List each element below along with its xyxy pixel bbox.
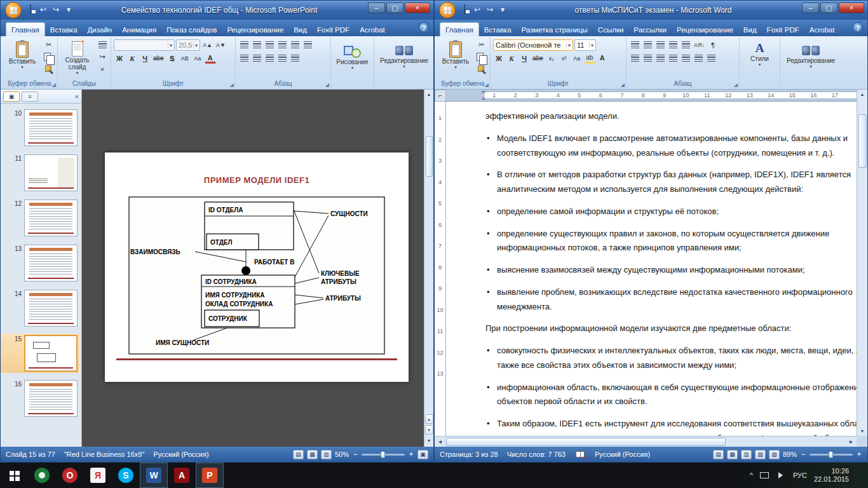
close-button[interactable]: × xyxy=(405,3,430,13)
web-layout-view-icon[interactable]: ▥ xyxy=(741,450,752,459)
scroll-down-icon[interactable]: ▼ xyxy=(424,436,434,445)
line-spacing-icon[interactable] xyxy=(680,53,691,64)
scroll-up-icon[interactable]: ▲ xyxy=(858,90,867,99)
tray-expand-icon[interactable]: ^ xyxy=(750,471,753,479)
fit-to-window-icon[interactable]: ▣ xyxy=(417,450,428,459)
character-spacing-icon[interactable]: АВ xyxy=(179,53,191,64)
undo-icon[interactable]: ↩ xyxy=(37,4,49,16)
tab-mailings[interactable]: Рассылки xyxy=(628,23,672,36)
word-vertical-scrollbar[interactable]: ▲ ▼ xyxy=(857,90,867,436)
tab-review[interactable]: Рецензирование xyxy=(672,23,738,36)
subscript-button[interactable]: x₂ xyxy=(546,53,557,64)
powerpoint-taskbar-icon[interactable]: P xyxy=(196,463,224,488)
cut-icon[interactable]: ✂ xyxy=(43,39,55,50)
justify-icon[interactable] xyxy=(667,53,679,64)
tab-home[interactable]: Главная xyxy=(440,22,479,36)
justify-icon[interactable] xyxy=(276,53,288,64)
undo-icon[interactable]: ↩ xyxy=(471,4,483,16)
redo-icon[interactable]: ↪ xyxy=(50,4,62,16)
italic-button[interactable]: К xyxy=(506,53,517,64)
language-indicator[interactable]: Русский (Россия) xyxy=(595,451,650,458)
cut-icon[interactable]: ✂ xyxy=(475,39,487,50)
normal-view-icon[interactable]: ▤ xyxy=(293,450,304,459)
save-icon[interactable] xyxy=(459,4,470,16)
zoom-out-icon[interactable]: − xyxy=(352,450,358,459)
outline-tab[interactable]: ≡ xyxy=(22,92,38,102)
yandex-browser-icon[interactable]: Я xyxy=(84,463,112,488)
increase-indent-icon[interactable] xyxy=(276,39,288,50)
copy-icon[interactable] xyxy=(43,51,55,62)
tab-home[interactable]: Главная xyxy=(6,22,45,36)
tab-acrobat[interactable]: Acrobat xyxy=(804,23,840,36)
editing-button[interactable]: Редактирование ▾ xyxy=(783,39,839,89)
align-center-icon[interactable] xyxy=(642,53,653,64)
draft-view-icon[interactable]: ▨ xyxy=(769,450,780,459)
line-spacing-icon[interactable] xyxy=(289,39,301,50)
ppt-vertical-scrollbar[interactable]: ▲ ▲ ▼ ▼ xyxy=(424,90,433,447)
tab-view[interactable]: Вид xyxy=(738,23,762,36)
word-document-area[interactable]: ⌐ 1234567891011121314151617 123456789101… xyxy=(435,90,857,436)
dialog-launcher-icon[interactable]: ◢ xyxy=(734,83,738,88)
dialog-launcher-icon[interactable]: ◢ xyxy=(621,83,625,88)
strikethrough-button[interactable]: abe xyxy=(152,53,165,64)
zoom-in-icon[interactable]: + xyxy=(408,450,414,459)
borders-icon[interactable] xyxy=(705,53,717,64)
tab-insert[interactable]: Вставка xyxy=(45,23,83,36)
start-button[interactable] xyxy=(0,463,28,488)
word-taskbar-icon[interactable]: W xyxy=(140,463,168,488)
skype-icon[interactable]: S xyxy=(112,463,140,488)
tab-slideshow[interactable]: Показ слайдов xyxy=(161,23,222,36)
slide-thumbnail-selected[interactable]: 15 xyxy=(1,334,79,373)
columns-icon[interactable] xyxy=(289,53,301,64)
language-indicator[interactable]: Русский (Россия) xyxy=(153,451,208,458)
align-right-icon[interactable] xyxy=(264,53,275,64)
volume-icon[interactable] xyxy=(778,472,786,478)
slide-thumbnail[interactable]: 11 xyxy=(1,153,79,193)
slide-canvas[interactable]: ПРИМЕР МОДЕЛИ IDEF1 xyxy=(105,152,409,382)
font-size-select[interactable]: 11 ▾ xyxy=(574,39,596,51)
dialog-launcher-icon[interactable]: ◢ xyxy=(230,83,234,88)
align-center-icon[interactable] xyxy=(251,53,262,64)
tab-insert[interactable]: Вставка xyxy=(479,23,517,36)
horizontal-ruler[interactable]: 1234567891011121314151617 xyxy=(446,90,857,102)
outline-view-icon[interactable]: ▧ xyxy=(755,450,766,459)
numbering-icon[interactable] xyxy=(642,39,653,50)
reset-icon[interactable]: ↪ xyxy=(97,51,108,62)
tab-references[interactable]: Ссылки xyxy=(593,23,629,36)
redo-icon[interactable]: ↪ xyxy=(484,4,496,16)
decrease-indent-icon[interactable] xyxy=(667,39,679,50)
print-layout-view-icon[interactable]: ▤ xyxy=(713,450,724,459)
zoom-out-icon[interactable]: − xyxy=(800,450,806,459)
align-left-icon[interactable] xyxy=(238,53,250,64)
shading-icon[interactable] xyxy=(693,53,704,64)
superscript-button[interactable]: x² xyxy=(559,53,570,64)
paragraph-marks-icon[interactable]: ¶ xyxy=(707,39,719,50)
maximize-button[interactable]: ▢ xyxy=(386,3,403,13)
tab-view[interactable]: Вид xyxy=(288,23,312,36)
zoom-level[interactable]: 50% xyxy=(335,451,349,458)
qat-dropdown-icon[interactable]: ▾ xyxy=(497,4,508,16)
dialog-launcher-icon[interactable]: ◢ xyxy=(485,83,489,88)
underline-button[interactable]: Ч xyxy=(519,53,530,64)
dialog-launcher-icon[interactable]: ◢ xyxy=(52,83,56,88)
zoom-slider[interactable] xyxy=(362,454,405,456)
dialog-launcher-icon[interactable]: ◢ xyxy=(325,83,329,88)
slide-editing-area[interactable]: ПРИМЕР МОДЕЛИ IDEF1 xyxy=(82,90,433,447)
styles-button[interactable]: А Стили ▾ xyxy=(742,39,777,89)
scroll-down-icon[interactable]: ▼ xyxy=(858,426,867,436)
word-horizontal-scrollbar[interactable]: ◄ ► xyxy=(435,436,857,447)
format-painter-icon[interactable] xyxy=(475,64,487,74)
tab-design[interactable]: Дизайн xyxy=(83,23,118,36)
vertical-ruler[interactable]: 12345678910111213 xyxy=(435,102,446,436)
copy-icon[interactable] xyxy=(475,51,487,62)
opera-icon[interactable]: O xyxy=(56,463,84,488)
minimize-button[interactable]: – xyxy=(368,3,385,13)
scroll-right-icon[interactable]: ► xyxy=(846,437,856,447)
green-app-icon[interactable] xyxy=(28,463,56,488)
multilevel-list-icon[interactable] xyxy=(654,39,666,50)
word-counter[interactable]: Число слов: 7 763 xyxy=(507,451,566,458)
highlight-color-icon[interactable]: ab xyxy=(584,53,595,64)
page-counter[interactable]: Страница: 3 из 28 xyxy=(440,451,498,458)
zoom-in-icon[interactable]: + xyxy=(856,450,862,459)
zoom-slider-thumb[interactable] xyxy=(381,451,385,458)
